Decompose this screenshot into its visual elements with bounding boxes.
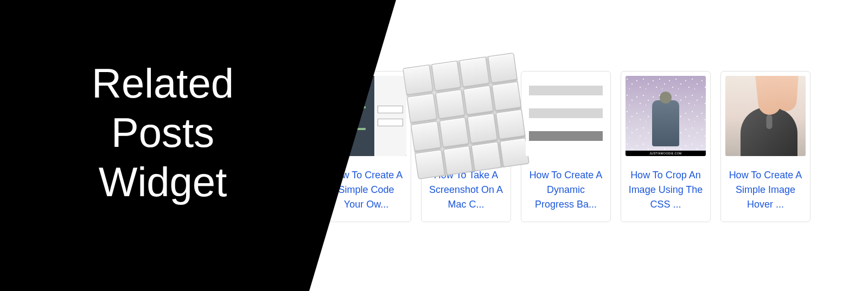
related-post-card[interactable]: How To Create A Simple Image Hover ... <box>720 71 810 222</box>
post-thumbnail <box>725 76 806 156</box>
post-thumbnail: JUSTINWOODIE.COM <box>626 76 706 156</box>
post-title: How To Create A Simple Image Hover ... <box>725 168 806 217</box>
hero-title: Related Posts Widget <box>60 59 266 207</box>
image-watermark: JUSTINWOODIE.COM <box>626 151 706 156</box>
post-title: How To Crop An Image Using The CSS ... <box>626 168 706 217</box>
related-post-card[interactable]: How To Create A Dynamic Progress Ba... <box>521 71 611 222</box>
related-post-card[interactable]: How To Take A Screenshot On A Mac C... <box>421 71 511 222</box>
post-title: How To Create A Dynamic Progress Ba... <box>526 168 606 217</box>
related-post-card[interactable]: JUSTINWOODIE.COM How To Crop An Image Us… <box>621 71 711 222</box>
post-thumbnail <box>526 76 606 156</box>
post-thumbnail <box>403 53 529 179</box>
